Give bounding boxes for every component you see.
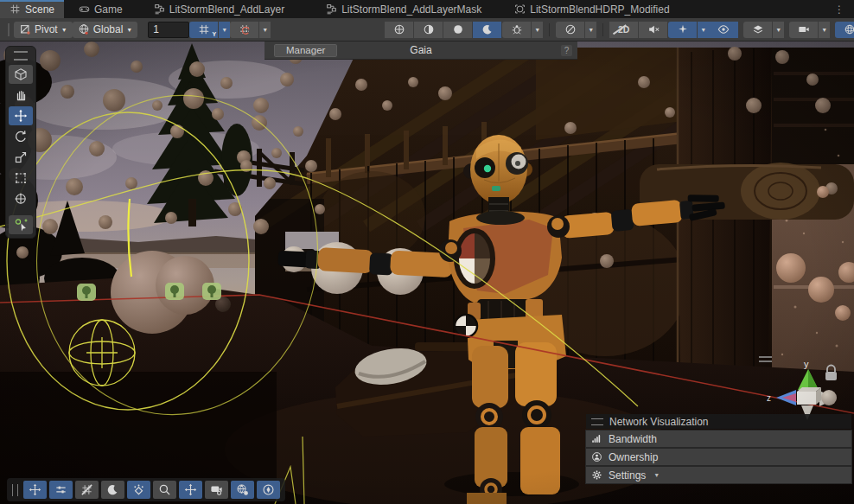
hand-icon [14,88,28,102]
ownership-button[interactable]: Ownership [586,449,851,465]
tab-overflow-menu[interactable]: ⋮ [825,0,854,18]
scene-lighting-toggle[interactable] [473,22,501,38]
grid-visibility-button[interactable] [75,481,99,499]
2d-view-toggle[interactable]: 2D [609,22,638,38]
chevron-down-icon: ▼ [61,27,67,33]
unlit-sphere-button[interactable] [443,22,472,38]
bar-chart-icon [591,433,602,444]
increment-snap-dropdown[interactable]: ▼ [259,22,271,38]
help-button[interactable]: ? [561,45,572,56]
tool-rect-transform[interactable] [9,169,33,188]
globe-icon [78,23,90,35]
overlay-drag-handle[interactable] [12,484,18,496]
camera-icon [798,23,810,35]
world-settings-button[interactable] [231,481,254,499]
pan-crosshair-button[interactable] [179,481,202,499]
pivot-dropdown[interactable]: Pivot ▼ [14,22,73,38]
layers-dropdown[interactable]: ▼ [773,22,784,38]
scene-overlays-toolbar [7,478,285,501]
sphere-icon [452,23,464,35]
tool-view-cube[interactable] [9,65,33,84]
layers-icon [752,23,764,35]
shader-graph-icon [154,3,165,15]
move-arrows-icon [14,109,28,123]
tool-hand-pan[interactable] [9,86,33,105]
scene-viewport[interactable]: y z Manager Gaia [0,41,854,504]
grid-snap-toggle[interactable]: Y [189,22,218,38]
pivot-label: Pivot [35,23,58,35]
gizmos-toggle[interactable] [835,22,854,38]
bug-icon [511,23,523,35]
material-icon [514,3,526,15]
camera-record-button[interactable] [205,481,228,499]
grid-snap-dropdown[interactable]: ▼ [219,22,230,38]
grid-axis-label: Y [213,31,217,37]
effects-toggle[interactable] [668,22,697,38]
bandwidth-button[interactable]: Bandwidth [586,431,851,447]
cube-icon [14,67,28,81]
half-shaded-button[interactable] [414,22,443,38]
tool-scale[interactable] [9,148,33,167]
shaded-mode-button[interactable] [385,22,413,38]
tools-overlay [5,46,36,239]
tab-label: LitStormBlend_AddLayerMask [341,3,481,16]
tab-litstormblend-addlayermask[interactable]: LitStormBlend_AddLayerMask [316,0,491,18]
navigation-compass-button[interactable] [257,481,280,499]
effects-dropdown[interactable]: ▼ [698,22,709,38]
crosshair-move-icon [184,483,197,496]
tab-litstormblend-addlayer[interactable]: LitStormBlend_AddLayer [144,0,294,18]
toolbar-drag-handle[interactable] [8,23,10,36]
layers-button[interactable] [743,22,772,38]
tool-custom-editor[interactable] [9,215,33,234]
increment-snap-icon [239,23,251,35]
audio-mute-toggle[interactable] [639,22,667,38]
compass-icon [262,483,275,496]
bandwidth-label: Bandwidth [609,433,657,445]
tool-move[interactable] [9,106,33,125]
move-overlay-button[interactable] [23,481,47,499]
tab-game[interactable]: Game [69,0,132,18]
tab-label: Scene [25,3,54,16]
panel-drag-handle[interactable] [591,418,603,425]
2d-label: 2D [618,24,629,35]
crescent-moon-icon [106,483,119,496]
crescent-moon-icon [481,23,494,35]
settings-dropdown-button[interactable]: Settings ▼ [586,467,851,483]
zoom-button[interactable] [153,481,176,499]
overlay-drag-handle[interactable] [14,51,28,61]
particles-button[interactable] [127,481,150,499]
overlay-camera-dropdown[interactable]: ▼ [585,22,596,38]
orientation-dropdown[interactable]: Global ▼ [73,22,138,38]
shader-graph-icon [326,3,337,15]
debug-draw-button[interactable] [502,22,531,38]
network-visualization-panel: Network Visualization Bandwidth Ownershi… [586,414,851,483]
chevron-down-icon: ▼ [126,27,132,33]
gaia-window-title: Gaia [264,44,577,56]
compass-slash-icon [564,23,577,35]
grid-size-input[interactable] [148,22,189,38]
orientation-label: Global [93,23,124,35]
overlay-camera-button[interactable] [556,22,584,38]
effects-star-icon [677,23,689,35]
settings-label: Settings [609,469,646,482]
debug-draw-dropdown[interactable]: ▼ [532,22,543,38]
transform-gizmo-icon [14,192,28,206]
scale-icon [14,150,28,164]
sliders-icon [54,483,67,496]
scene-settings-button[interactable] [49,481,73,499]
scene-lighting-button[interactable] [101,481,124,499]
tab-scene[interactable]: Scene [0,0,64,18]
camera-view-dropdown[interactable]: ▼ [819,22,830,38]
unity-editor-window: Scene Game LitStormBlend_AddLayer LitSto… [0,0,854,504]
tool-transform-combined[interactable] [9,189,33,208]
increment-snap-toggle[interactable] [230,22,258,38]
scene-view-toolbar: Pivot ▼ Global ▼ Y ▼ ▼ [0,18,854,41]
tool-rotate[interactable] [9,127,33,146]
tab-litstormblendhdrp-modified[interactable]: LitStormBlendHDRP_Modified [505,0,679,18]
camera-view-button[interactable] [789,22,818,38]
view-options-group: ▼ ▼ ▼ [709,22,854,38]
eye-icon [717,23,730,35]
scene-visibility-toggle[interactable] [709,22,738,38]
gear-icon [591,469,602,481]
tab-label: LitStormBlend_AddLayer [169,3,284,16]
